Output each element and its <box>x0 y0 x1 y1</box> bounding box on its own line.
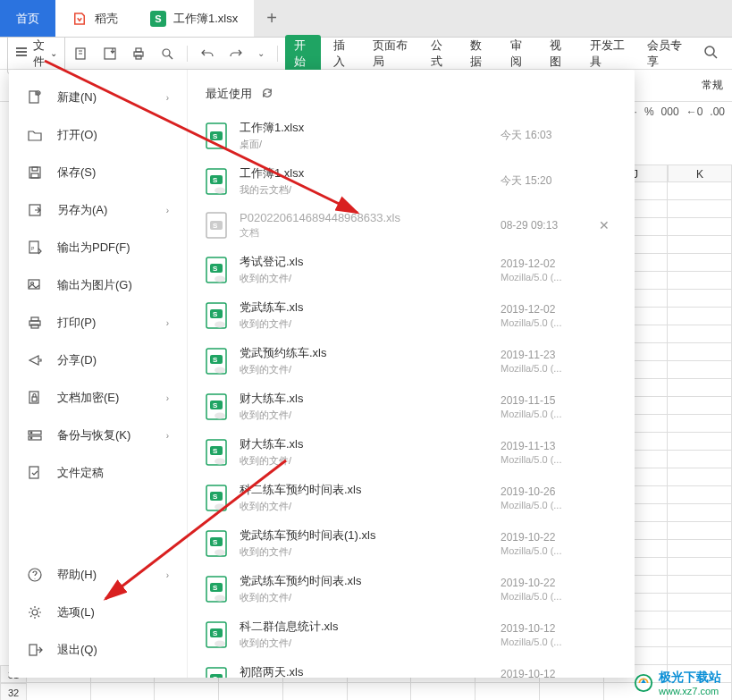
recent-file-date: 2019-12-02 <box>501 257 599 270</box>
recent-file-item[interactable]: S工作簿1.xlsx我的云文档/今天 15:20✕ <box>188 158 635 204</box>
svg-text:S: S <box>213 176 218 184</box>
menu-item-label: 帮助(H) <box>57 567 97 583</box>
menu-item-label: 打印(P) <box>57 315 96 331</box>
file-menu-button[interactable]: 文件 ⌄ <box>7 33 65 74</box>
preview-icon[interactable] <box>155 43 180 64</box>
ribbon-tab-devtools[interactable]: 开发工具 <box>581 34 635 73</box>
finalize-icon <box>27 465 45 481</box>
recent-file-item[interactable]: S科二练车预约时间表.xls收到的文件/2019-10-26Mozilla/5.… <box>188 475 635 520</box>
chevron-down-icon: ⌄ <box>50 48 57 58</box>
menu-item-options[interactable]: 选项(L) <box>9 594 187 631</box>
print-icon[interactable] <box>126 43 151 64</box>
recent-file-path: 收到的文件/ <box>240 272 501 285</box>
thousands-button[interactable]: 000 <box>661 105 679 118</box>
menu-item-image[interactable]: 输出为图片(G) <box>9 266 187 304</box>
ribbon-tab-data[interactable]: 数据 <box>461 34 497 73</box>
svg-point-43 <box>215 275 225 282</box>
recent-file-item[interactable]: S工作簿1.xlsx桌面/今天 16:03✕ <box>188 113 635 158</box>
recent-file-item[interactable]: S考试登记.xls收到的文件/2019-12-02Mozilla/5.0 (..… <box>188 247 635 292</box>
menu-item-backup[interactable]: 备份与恢复(K)› <box>9 417 187 454</box>
menu-item-new[interactable]: 新建(N)› <box>9 79 187 116</box>
tab-daoke-label: 稻壳 <box>95 11 118 27</box>
menu-item-open[interactable]: 打开(O) <box>9 116 187 154</box>
recent-file-path: 文档 <box>240 226 501 240</box>
ribbon-tab-view[interactable]: 视图 <box>541 34 576 73</box>
col-header-k[interactable]: K <box>668 164 732 182</box>
tab-home[interactable]: 首页 <box>0 0 55 37</box>
recent-file-date: 2019-11-23 <box>501 349 599 361</box>
recent-file-item[interactable]: S财大练车.xls收到的文件/2019-11-13Mozilla/5.0 (..… <box>188 429 635 475</box>
ribbon-tab-pagelayout[interactable]: 页面布局 <box>364 34 418 73</box>
refresh-icon[interactable] <box>261 87 273 102</box>
menu-item-label: 文档加密(E) <box>57 390 119 406</box>
svg-point-36 <box>215 187 225 193</box>
recent-file-agent: Mozilla/5.0 (... <box>501 454 599 465</box>
redo-icon[interactable] <box>223 43 248 64</box>
file-type-icon: S <box>206 302 227 329</box>
svg-text:S: S <box>213 310 218 318</box>
recent-file-item[interactable]: S党武练车预约时间表(1).xls收到的文件/2019-10-22Mozilla… <box>188 520 635 566</box>
recent-file-date: 2019-12-02 <box>501 303 599 316</box>
undo-icon[interactable] <box>195 43 220 64</box>
menu-item-encrypt[interactable]: 文档加密(E)› <box>9 379 187 417</box>
search-icon[interactable] <box>696 41 725 66</box>
menu-item-label: 另存为(A) <box>57 202 107 218</box>
tab-add-button[interactable]: + <box>254 0 290 37</box>
recent-file-name: 考试登记.xls <box>240 254 501 270</box>
file-type-icon: S <box>206 393 227 420</box>
recent-file-date: 今天 15:20 <box>501 173 599 189</box>
tab-workbook[interactable]: S 工作簿1.xlsx <box>134 0 254 37</box>
menu-item-pdf[interactable]: P输出为PDF(F) <box>9 229 187 266</box>
menu-item-saveas[interactable]: 另存为(A)› <box>9 191 187 229</box>
save-icon <box>27 164 45 181</box>
recent-file-date: 今天 16:03 <box>501 128 599 143</box>
recent-file-path: 收到的文件/ <box>240 637 501 650</box>
recent-file-item[interactable]: SP020220614689448968633.xls文档08-29 09:13… <box>188 204 635 247</box>
recent-file-item[interactable]: S科二群信息统计.xls收到的文件/2019-10-12Mozilla/5.0 … <box>188 611 635 657</box>
menu-item-exit[interactable]: 退出(Q) <box>9 631 187 669</box>
recent-file-path: 收到的文件/ <box>240 545 501 559</box>
recent-file-name: 财大练车.xls <box>240 436 501 452</box>
menu-item-help[interactable]: 帮助(H)› <box>9 556 187 594</box>
menu-item-finalize[interactable]: 文件定稿 <box>9 454 187 492</box>
decrease-decimal-button[interactable]: ←0 <box>686 105 703 118</box>
ribbon-tab-formula[interactable]: 公式 <box>422 34 458 73</box>
recent-file-agent: Mozilla/5.0 (... <box>501 500 599 510</box>
tab-daoke[interactable]: 稻壳 <box>55 0 134 37</box>
ribbon-tab-start[interactable]: 开始 <box>285 35 321 72</box>
encrypt-icon <box>27 390 45 406</box>
redo-chevron-icon[interactable]: ⌄ <box>252 45 270 62</box>
recent-file-path: 收到的文件/ <box>240 591 501 604</box>
recent-file-agent: Mozilla/5.0 (... <box>501 409 599 419</box>
svg-text:S: S <box>213 222 218 230</box>
ribbon-tab-vip[interactable]: 会员专享 <box>638 34 693 73</box>
menu-item-label: 保存(S) <box>57 164 96 181</box>
recent-file-path: 收到的文件/ <box>240 363 501 376</box>
recent-file-item[interactable]: S党武预约练车.xls收到的文件/2019-11-23Mozilla/5.0 (… <box>188 338 635 384</box>
tab-workbook-label: 工作簿1.xlsx <box>173 11 238 27</box>
svg-text:P: P <box>31 246 35 251</box>
menu-item-print[interactable]: 打印(P)› <box>9 304 187 342</box>
recent-file-path: 收到的文件/ <box>240 454 501 468</box>
svg-point-59 <box>215 458 225 464</box>
recent-file-item[interactable]: S党武练车.xls收到的文件/2019-12-02Mozilla/5.0 (..… <box>188 292 635 338</box>
file-type-icon: S <box>206 485 227 511</box>
open-icon[interactable] <box>97 43 122 64</box>
percent-button[interactable]: % <box>644 105 654 118</box>
menu-item-label: 分享(D) <box>57 352 97 368</box>
close-icon[interactable]: ✕ <box>599 218 617 232</box>
increase-decimal-button[interactable]: .00 <box>710 105 725 118</box>
svg-point-25 <box>30 437 32 439</box>
recent-file-item[interactable]: S党武练车预约时间表.xls收到的文件/2019-10-22Mozilla/5.… <box>188 566 635 611</box>
ribbon-tab-review[interactable]: 审阅 <box>501 34 537 73</box>
recent-file-item[interactable]: S财大练车.xls收到的文件/2019-11-15Mozilla/5.0 (..… <box>188 384 635 429</box>
ribbon-tab-insert[interactable]: 插入 <box>324 34 360 73</box>
recent-file-agent: Mozilla/5.0 (... <box>501 637 599 647</box>
recent-file-item[interactable]: S初陪两天.xls收到的文件/2019-10-12Mozilla/5.0 (..… <box>188 657 635 678</box>
row-header-32[interactable]: 32 <box>0 683 27 700</box>
menu-item-save[interactable]: 保存(S) <box>9 154 187 191</box>
svg-text:S: S <box>213 447 218 455</box>
menu-item-share[interactable]: 分享(D) <box>9 342 187 379</box>
new-doc-icon[interactable] <box>69 43 94 64</box>
recent-file-agent: Mozilla/5.0 (... <box>501 545 599 556</box>
